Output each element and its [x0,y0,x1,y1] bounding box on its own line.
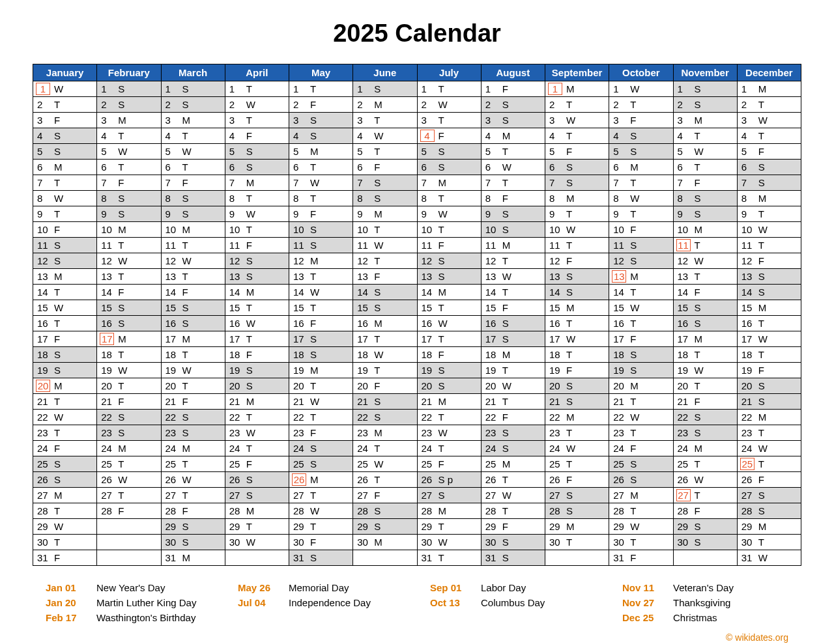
day-of-week: F [630,333,670,344]
day-of-week: F [502,412,542,423]
calendar-table: JanuaryFebruaryMarchAprilMayJuneJulyAugu… [33,64,801,566]
page-title: 2025 Calendar [33,20,801,48]
day-number: 21 [740,396,755,407]
day-cell: 27S [737,488,801,503]
month-header: August [481,64,545,81]
day-number: 28 [228,505,242,516]
day-cell: 28F [161,503,225,519]
day-cell: 12S [33,253,97,269]
day-number: 18 [292,349,306,360]
day-cell: 17M [97,331,161,347]
day-of-week: M [374,318,414,329]
day-of-week: F [374,271,414,282]
day-number: 25 [228,458,242,469]
day-number: 20 [36,380,50,392]
day-of-week: M [695,224,734,235]
day-cell: 16S [673,316,737,331]
day-of-week: T [630,208,670,219]
day-cell: 17T [353,331,417,347]
day-cell: 30S [673,535,737,550]
day-of-week: T [566,240,606,251]
day-of-week: M [374,427,414,438]
day-cell: 13T [97,269,161,285]
day-number: 7 [228,177,242,188]
day-cell: 7T [33,175,97,191]
day-cell: 15W [33,300,97,316]
day-cell: 28S [737,503,801,519]
day-number: 21 [612,396,626,407]
day-number: 15 [740,302,755,313]
month-header: May [289,64,353,81]
day-cell: 6S [545,160,609,175]
day-of-week: F [695,505,734,516]
day-of-week: T [54,177,94,188]
day-of-week: M [54,490,94,501]
day-cell [353,550,417,566]
day-cell: 3S [289,113,353,128]
day-of-week: T [118,130,158,141]
day-of-week: M [566,302,606,313]
day-cell: 1S [353,81,417,97]
day-cell: 26M [289,472,353,488]
day-cell: 13S [225,269,289,285]
day-cell: 5S [417,144,481,160]
day-cell: 19S [225,363,289,378]
day-of-week: S [630,130,670,141]
day-number: 6 [164,161,179,173]
day-number: 9 [676,208,691,219]
day-cell: 1F [481,81,545,97]
day-cell: 3W [737,113,801,128]
day-of-week: W [502,490,542,501]
day-of-week: M [630,161,670,173]
day-of-week: S [758,271,798,282]
day-number: 9 [612,208,626,219]
day-number: 26 [228,474,242,485]
day-cell: 15F [481,300,545,316]
day-cell: 12F [545,253,609,269]
day-of-week: F [630,115,670,126]
day-of-week: M [502,240,542,251]
day-cell: 30T [737,535,801,550]
day-of-week: S [182,412,222,423]
day-of-week: T [758,208,798,219]
day-number: 22 [484,412,498,423]
day-of-week: T [695,458,734,469]
day-cell [97,550,161,566]
day-cell: 1W [33,81,97,97]
day-of-week: F [54,333,94,344]
day-of-week: W [566,224,606,235]
day-number: 28 [676,505,691,516]
day-of-week: T [566,318,606,329]
day-cell: 3M [161,113,225,128]
day-cell: 14T [33,285,97,300]
day-of-week: S [502,443,542,454]
day-of-week: T [118,490,158,501]
day-of-week: W [118,255,158,266]
day-cell: 21S [737,394,801,410]
day-cell: 17T [417,331,481,347]
day-of-week: T [310,193,350,204]
day-cell: 13F [353,269,417,285]
day-cell: 17F [33,331,97,347]
day-number: 26 [356,474,370,485]
day-number: 26 [164,474,179,485]
day-of-week: W [118,146,158,157]
day-cell: 19S [609,363,673,378]
day-of-week: S [54,474,94,485]
day-number: 24 [356,443,370,454]
day-number: 1 [356,83,370,94]
day-of-week: T [246,412,286,423]
day-number: 25 [356,458,370,469]
day-number: 19 [164,365,179,376]
day-number: 23 [612,427,626,438]
day-number: 8 [228,193,242,204]
day-number: 8 [36,193,50,204]
day-cell: 24M [97,441,161,456]
day-number: 8 [420,193,435,204]
day-cell: 26T [353,472,417,488]
day-of-week: S [566,287,606,298]
day-number: 22 [356,412,370,423]
day-number: 27 [612,490,626,501]
day-cell: 22W [609,410,673,425]
day-number: 25 [420,458,435,469]
